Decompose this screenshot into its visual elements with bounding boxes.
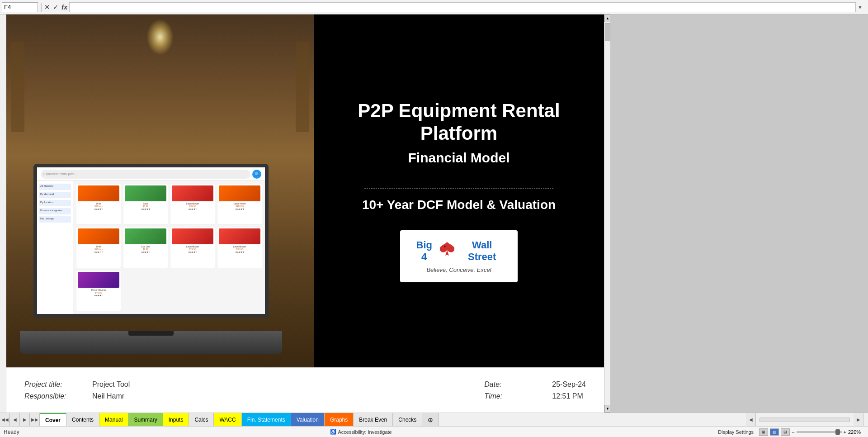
cover-text-section: P2P Equipment Rental Platform Financial … [314, 14, 604, 367]
vertical-scrollbar: ▲ ▼ [604, 14, 610, 413]
tab-cover[interactable]: Cover [40, 413, 66, 426]
cover-slide: Equipment rental platf... 🔍 All Rentals … [6, 14, 604, 367]
logo-tagline: Believe, Conceive, Excel [426, 266, 491, 273]
project-label: Project title: [24, 380, 83, 389]
zoom-in-button[interactable]: + [844, 429, 846, 435]
product-image [219, 185, 260, 201]
project-row: Project title: Project Tool [24, 380, 484, 389]
row-numbers [0, 14, 6, 413]
screen-body: All Rentals By demand By location Browse… [37, 181, 265, 314]
date-row: Date: 25-Sep-24 [484, 380, 586, 389]
logo-container: Big 4 Wall Street [400, 230, 518, 282]
product-item: Lawn Mower $29.95 ★★★★☆ [170, 227, 215, 268]
formula-bar-expand[interactable]: ▼ [858, 5, 866, 10]
tab-fin-statements[interactable]: Fin. Statements [242, 413, 291, 426]
sidebar-item-2: By demand [39, 192, 71, 198]
product-item: Lawn Mower $35.00 ★★★★★ [217, 227, 262, 268]
tab-manual[interactable]: Manual [99, 413, 128, 426]
product-stars: ★★★★☆ [78, 294, 119, 297]
accessibility-indicator[interactable]: ♿ Accessibility: Investigate [330, 429, 392, 435]
tab-calcs[interactable]: Calcs [189, 413, 214, 426]
responsible-row: Responsible: Neil Hamr [24, 392, 484, 400]
logo-row: Big 4 Wall Street [414, 239, 504, 263]
shelf-decoration-left [11, 42, 24, 132]
formula-bar: F4 ✕ ✓ fx ▼ [0, 0, 868, 14]
product-item: Saws $8.99 ★★★★★ [123, 184, 168, 225]
cancel-icon[interactable]: ✕ [44, 3, 50, 11]
product-grid: Drills $12/day ★★★★☆ Saws $8.99 [73, 181, 265, 314]
product-item: Drills $12/day ★★★★☆ [76, 184, 121, 225]
cover-main-title: P2P Equipment Rental Platform [341, 100, 577, 145]
responsible-label: Responsible: [24, 392, 83, 400]
product-stars: ★★★★★ [125, 208, 166, 210]
normal-view-button[interactable]: ⊞ [759, 428, 768, 436]
zoom-out-button[interactable]: − [792, 429, 794, 435]
display-settings-text[interactable]: Display Settings [718, 429, 754, 435]
cell-reference-input[interactable]: F4 [2, 2, 38, 12]
product-stars: ★★★☆☆ [78, 251, 119, 253]
hscroll-left[interactable]: ◀ [746, 413, 756, 426]
product-image [78, 272, 119, 288]
laptop-screen: Equipment rental platf... 🔍 All Rentals … [33, 164, 269, 318]
info-bar: Project title: Project Tool Responsible:… [6, 367, 604, 413]
sheet-nav-last[interactable]: ▶▶ [30, 413, 40, 426]
zoom-level[interactable]: 220% [848, 429, 864, 435]
sheet-nav-first[interactable]: ◀◀ [0, 413, 10, 426]
product-image [172, 228, 213, 244]
page-break-button[interactable]: ⊟ [781, 428, 790, 436]
cover-divider [364, 188, 553, 189]
sidebar-item-1: All Rentals [39, 184, 71, 190]
shelf-decoration [296, 42, 309, 132]
cover-dcf-text: 10+ Year DCF Model & Valuation [362, 198, 556, 212]
product-stars: ★★★★★ [219, 208, 260, 210]
screen-content: Equipment rental platf... 🔍 All Rentals … [37, 167, 265, 314]
tab-graphs[interactable]: Graphs [325, 413, 354, 426]
laptop-hinge [128, 331, 174, 336]
product-item: Earth Mover $499.99 ★★★★★ [217, 184, 262, 225]
formula-input[interactable] [69, 2, 856, 12]
formula-icons: ✕ ✓ fx [44, 3, 67, 11]
screen-search-button: 🔍 [252, 170, 261, 179]
tab-summary[interactable]: Summary [128, 413, 163, 426]
tab-contents[interactable]: Contents [66, 413, 99, 426]
product-image [172, 185, 213, 201]
add-sheet-button[interactable]: ⊕ [422, 413, 439, 426]
product-item: Drills $12/day ★★★☆☆ [76, 227, 121, 268]
scroll-track[interactable] [604, 22, 610, 405]
outer-right-area [610, 14, 868, 413]
scroll-thumb[interactable] [605, 23, 610, 41]
project-value: Project Tool [92, 380, 130, 389]
hscroll-right[interactable]: ▶ [854, 413, 863, 426]
tab-break-even[interactable]: Break Even [354, 413, 393, 426]
sheet-nav-next[interactable]: ▶ [20, 413, 30, 426]
responsible-value: Neil Hamr [92, 392, 124, 400]
fx-icon[interactable]: fx [61, 3, 67, 11]
hscroll-track[interactable] [760, 418, 850, 422]
sheet-nav-prev[interactable]: ◀ [10, 413, 20, 426]
cover-image-section: Equipment rental platf... 🔍 All Rentals … [6, 14, 314, 367]
logo-wallstreet-text: Wall Street [460, 239, 504, 263]
tab-inputs[interactable]: Inputs [163, 413, 189, 426]
accessibility-text: Accessibility: Investigate [338, 429, 392, 435]
spreadsheet-content: Equipment rental platf... 🔍 All Rentals … [6, 14, 604, 413]
tab-valuation[interactable]: Valuation [291, 413, 325, 426]
zoom-slider[interactable] [797, 431, 842, 433]
time-value: 12:51 PM [552, 392, 583, 400]
status-right-controls: Display Settings ⊞ ▤ ⊟ − + 220% [718, 428, 864, 436]
time-row: Time: 12:51 PM [484, 392, 586, 400]
scroll-down-button[interactable]: ▼ [604, 405, 611, 413]
logo-big4-text: Big 4 [414, 239, 434, 263]
ceiling-lights [146, 19, 174, 55]
product-stars: ★★★★☆ [78, 208, 119, 210]
sidebar-item-4: Browse categories [39, 208, 71, 214]
product-item: Power Washer $49.99 ★★★★☆ [76, 270, 121, 311]
sheet-tabs-bar: ◀◀ ◀ ▶ ▶▶ Cover Contents Manual Summary … [0, 413, 868, 426]
scroll-up-button[interactable]: ▲ [604, 14, 611, 22]
tab-wacc[interactable]: WACC [214, 413, 241, 426]
tab-checks[interactable]: Checks [393, 413, 422, 426]
product-image [78, 228, 119, 244]
svg-point-0 [444, 246, 446, 247]
page-layout-button[interactable]: ▤ [770, 428, 779, 436]
confirm-icon[interactable]: ✓ [53, 3, 59, 11]
date-label: Date: [484, 380, 543, 389]
